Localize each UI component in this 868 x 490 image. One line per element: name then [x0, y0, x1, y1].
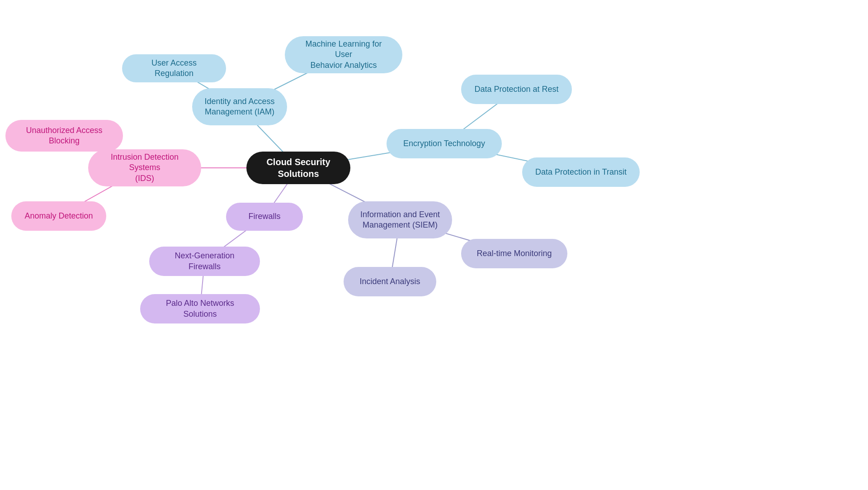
node-ngfw[interactable]: Next-Generation Firewalls — [149, 247, 260, 276]
node-realtime-label: Real-time Monitoring — [476, 248, 552, 259]
node-realtime[interactable]: Real-time Monitoring — [461, 239, 567, 268]
node-ml-uba[interactable]: Machine Learning for UserBehavior Analyt… — [285, 36, 402, 73]
node-ids-label: Intrusion Detection Systems(IDS) — [99, 152, 190, 184]
node-center[interactable]: Cloud Security Solutions — [246, 152, 350, 184]
node-unauthorized[interactable]: Unauthorized Access Blocking — [5, 120, 123, 152]
node-encryption[interactable]: Encryption Technology — [387, 129, 502, 158]
node-data-rest[interactable]: Data Protection at Rest — [461, 75, 572, 104]
node-incident[interactable]: Incident Analysis — [344, 267, 436, 296]
node-siem-label: Information and EventManagement (SIEM) — [360, 209, 440, 231]
node-siem[interactable]: Information and EventManagement (SIEM) — [348, 201, 452, 238]
node-data-transit[interactable]: Data Protection in Transit — [522, 157, 640, 187]
node-firewalls[interactable]: Firewalls — [226, 203, 303, 231]
mind-map-container: Cloud Security Solutions Identity and Ac… — [0, 0, 868, 490]
node-palo-alto-label: Palo Alto Networks Solutions — [151, 298, 249, 319]
node-anomaly[interactable]: Anomaly Detection — [11, 201, 106, 231]
node-iam-label: Identity and AccessManagement (IAM) — [204, 96, 274, 118]
node-palo-alto[interactable]: Palo Alto Networks Solutions — [140, 294, 260, 323]
node-user-access-label: User Access Regulation — [133, 58, 215, 79]
node-data-transit-label: Data Protection in Transit — [535, 167, 627, 177]
node-encryption-label: Encryption Technology — [403, 138, 485, 149]
node-anomaly-label: Anomaly Detection — [24, 211, 93, 221]
node-center-label: Cloud Security Solutions — [264, 156, 332, 180]
node-ml-uba-label: Machine Learning for UserBehavior Analyt… — [296, 39, 392, 71]
node-firewalls-label: Firewalls — [248, 211, 280, 222]
node-iam[interactable]: Identity and AccessManagement (IAM) — [192, 88, 287, 125]
node-ngfw-label: Next-Generation Firewalls — [160, 251, 249, 272]
node-user-access[interactable]: User Access Regulation — [122, 54, 226, 82]
node-data-rest-label: Data Protection at Rest — [474, 84, 558, 95]
node-unauthorized-label: Unauthorized Access Blocking — [16, 125, 112, 147]
node-ids[interactable]: Intrusion Detection Systems(IDS) — [88, 149, 201, 186]
node-incident-label: Incident Analysis — [359, 276, 420, 287]
